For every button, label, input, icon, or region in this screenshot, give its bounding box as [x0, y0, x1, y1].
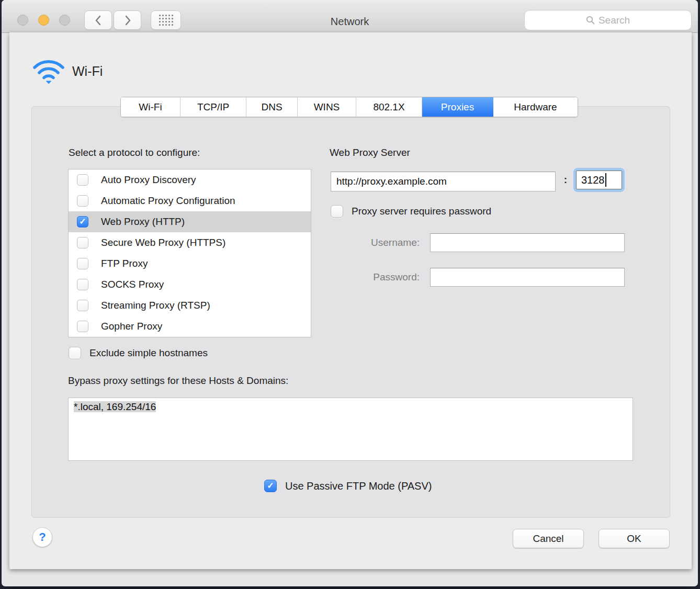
- requires-password-label: Proxy server requires password: [352, 206, 491, 217]
- help-icon: ?: [39, 530, 46, 544]
- wifi-icon: [31, 56, 66, 85]
- password-row: Password:: [330, 268, 625, 287]
- checkbox-auto-proxy-discovery[interactable]: [77, 174, 88, 186]
- host-port-separator: :: [562, 174, 569, 186]
- tab-dns[interactable]: DNS: [246, 97, 298, 117]
- tab-hardware[interactable]: Hardware: [493, 97, 578, 117]
- protocol-label: Secure Web Proxy (HTTPS): [101, 237, 225, 248]
- protocol-list: Auto Proxy Discovery Automatic Proxy Con…: [68, 169, 311, 337]
- bypass-hosts-textarea[interactable]: *.local, 169.254/16: [68, 398, 633, 461]
- protocol-label: Automatic Proxy Configuration: [101, 195, 235, 207]
- tab-wins[interactable]: WINS: [298, 97, 356, 117]
- password-label: Password:: [330, 271, 420, 283]
- proxies-sheet: Wi-Fi Wi-Fi TCP/IP DNS WINS 802.1X Proxi…: [9, 32, 692, 569]
- protocol-row-socks-proxy[interactable]: SOCKS Proxy: [69, 274, 311, 295]
- protocol-label: SOCKS Proxy: [101, 279, 164, 290]
- text-caret: [605, 173, 606, 187]
- protocol-list-heading: Select a protocol to configure:: [69, 147, 200, 158]
- exclude-simple-hostnames-checkbox[interactable]: [69, 347, 81, 359]
- protocol-label: Streaming Proxy (RTSP): [101, 300, 210, 311]
- proxy-port-input[interactable]: 3128: [576, 171, 622, 189]
- checkbox-ftp-proxy[interactable]: [77, 258, 88, 269]
- bypass-heading: Bypass proxy settings for these Hosts & …: [68, 375, 288, 387]
- tab-bar: Wi-Fi TCP/IP DNS WINS 802.1X Proxies Har…: [120, 97, 578, 117]
- checkbox-secure-web-proxy-https[interactable]: [77, 237, 88, 248]
- password-input[interactable]: [430, 268, 625, 287]
- protocol-label: Web Proxy (HTTP): [101, 216, 185, 228]
- ok-button[interactable]: OK: [599, 529, 670, 548]
- protocol-row-automatic-proxy-configuration[interactable]: Automatic Proxy Configuration: [69, 190, 311, 211]
- protocol-row-auto-proxy-discovery[interactable]: Auto Proxy Discovery: [69, 169, 311, 190]
- requires-password-row[interactable]: Proxy server requires password: [331, 205, 491, 218]
- title-bar: Network Search: [2, 0, 698, 33]
- exclude-simple-hostnames-row[interactable]: Exclude simple hostnames: [69, 347, 208, 359]
- checkbox-gopher-proxy[interactable]: [77, 321, 88, 332]
- passive-ftp-label: Use Passive FTP Mode (PASV): [285, 480, 432, 492]
- tab-proxies[interactable]: Proxies: [422, 97, 493, 117]
- search-placeholder: Search: [599, 15, 630, 26]
- cancel-button[interactable]: Cancel: [513, 529, 584, 548]
- protocol-label: Auto Proxy Discovery: [101, 174, 196, 186]
- protocol-row-web-proxy-http[interactable]: Web Proxy (HTTP): [69, 211, 311, 232]
- help-button[interactable]: ?: [32, 527, 52, 547]
- username-input[interactable]: [430, 233, 625, 252]
- connection-name: Wi-Fi: [72, 64, 103, 79]
- tab-8021x[interactable]: 802.1X: [356, 97, 422, 117]
- protocol-row-secure-web-proxy-https[interactable]: Secure Web Proxy (HTTPS): [69, 232, 311, 253]
- network-preferences-window: Network Search Wi-Fi Wi-Fi TCP/IP DNS WI…: [2, 0, 698, 586]
- username-label: Username:: [330, 237, 420, 248]
- protocol-row-ftp-proxy[interactable]: FTP Proxy: [69, 253, 311, 274]
- checkbox-socks-proxy[interactable]: [77, 279, 88, 290]
- checkbox-streaming-proxy-rtsp[interactable]: [77, 300, 88, 311]
- web-proxy-server-heading: Web Proxy Server: [330, 147, 410, 158]
- checkbox-automatic-proxy-configuration[interactable]: [77, 195, 88, 207]
- protocol-label: FTP Proxy: [101, 258, 148, 269]
- exclude-simple-hostnames-label: Exclude simple hostnames: [89, 347, 208, 359]
- tab-tcpip[interactable]: TCP/IP: [180, 97, 246, 117]
- proxy-server-input[interactable]: [331, 172, 556, 191]
- proxy-port-focus-ring: 3128: [573, 168, 625, 192]
- tab-wifi[interactable]: Wi-Fi: [121, 97, 180, 117]
- passive-ftp-checkbox[interactable]: [264, 480, 277, 492]
- search-icon: [586, 16, 595, 25]
- requires-password-checkbox[interactable]: [331, 205, 343, 218]
- username-row: Username:: [330, 233, 625, 252]
- protocol-row-gopher-proxy[interactable]: Gopher Proxy: [69, 316, 311, 337]
- protocol-label: Gopher Proxy: [101, 321, 162, 332]
- search-field[interactable]: Search: [524, 10, 692, 30]
- bypass-hosts-value: *.local, 169.254/16: [74, 401, 156, 412]
- checkbox-web-proxy-http[interactable]: [77, 216, 88, 228]
- passive-ftp-row[interactable]: Use Passive FTP Mode (PASV): [264, 480, 432, 492]
- protocol-row-streaming-proxy-rtsp[interactable]: Streaming Proxy (RTSP): [69, 295, 311, 316]
